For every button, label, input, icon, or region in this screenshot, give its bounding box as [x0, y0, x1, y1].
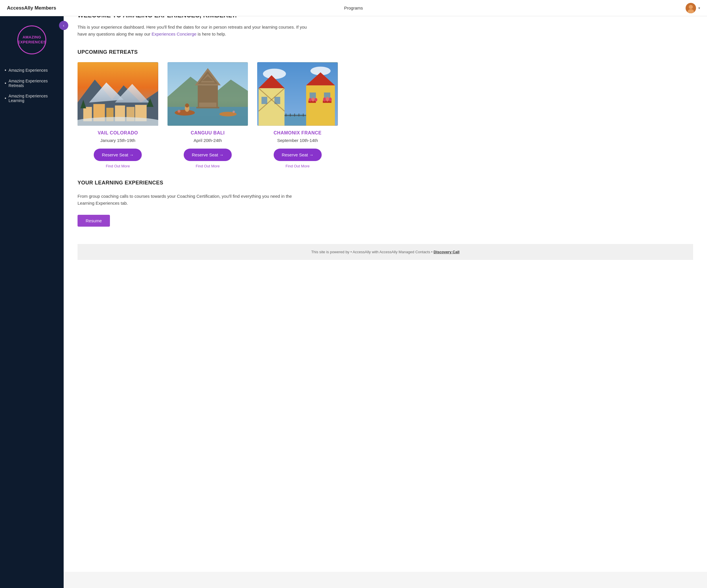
bali-scene-svg — [168, 62, 248, 126]
footer: This site is powered by • AccessAlly wit… — [77, 244, 693, 260]
logo-line2: EXPERIENCES — [18, 40, 46, 45]
retreat-image-vail — [77, 62, 158, 126]
svg-point-46 — [309, 98, 311, 102]
svg-point-51 — [326, 97, 329, 102]
reserve-seat-button-bali[interactable]: Reserve Seat → — [184, 149, 232, 161]
logo-circle: AMAZING EXPERIENCES — [18, 26, 46, 54]
resume-button[interactable]: Resume — [77, 215, 110, 227]
svg-point-33 — [263, 69, 286, 79]
learning-description: From group coaching calls to courses tow… — [77, 193, 297, 207]
svg-rect-37 — [262, 97, 267, 104]
retreat-dates-chamonix: September 10th-14th — [277, 138, 318, 143]
top-nav: AccessAlly Members Programs ▾ — [0, 0, 707, 16]
retreat-card-chamonix: CHAMONIX FRANCE September 10th-14th Rese… — [257, 62, 338, 168]
avatar-dropdown-icon[interactable]: ▾ — [698, 6, 700, 10]
welcome-description: This is your experience dashboard. Here … — [77, 24, 315, 38]
find-out-more-chamonix[interactable]: Find Out More — [285, 164, 309, 168]
svg-rect-41 — [306, 85, 335, 125]
brand-title: AccessAlly Members — [7, 5, 238, 11]
retreat-dates-vail: January 15th-19th — [100, 138, 135, 143]
svg-rect-18 — [168, 107, 248, 126]
experiences-concierge-link[interactable]: Experiences Concierge — [152, 32, 196, 36]
retreat-card-bali: CANGUU BALI April 20th-24th Reserve Seat… — [168, 62, 248, 168]
avatar-icon — [685, 3, 696, 13]
sidebar-logo: AMAZING EXPERIENCES — [0, 26, 64, 54]
svg-point-50 — [323, 98, 326, 102]
reserve-seat-button-vail[interactable]: Reserve Seat → — [94, 149, 142, 161]
sidebar-collapse-button[interactable]: ‹ — [59, 21, 68, 30]
sidebar: AMAZING EXPERIENCES Amazing Experiences … — [0, 16, 64, 572]
sidebar-item-learning[interactable]: Amazing Experiences Learning — [5, 91, 64, 106]
retreat-location-bali: CANGUU BALI — [191, 131, 225, 136]
retreat-image-chamonix — [257, 62, 338, 126]
sidebar-item-amazing-experiences[interactable]: Amazing Experiences — [5, 65, 64, 76]
find-out-more-bali[interactable]: Find Out More — [196, 164, 220, 168]
svg-point-29 — [185, 104, 189, 108]
footer-text: This site is powered by • AccessAlly wit… — [311, 250, 460, 254]
nav-center: Programs — [238, 5, 469, 11]
sidebar-nav: Amazing Experiences Amazing Experiences … — [0, 65, 64, 106]
retreat-location-vail: VAIL COLORADO — [98, 131, 138, 136]
programs-link[interactable]: Programs — [344, 5, 363, 10]
retreat-card-vail: VAIL COLORADO January 15th-19th Reserve … — [77, 62, 158, 168]
svg-rect-35 — [259, 88, 284, 125]
chevron-left-icon: ‹ — [63, 23, 65, 28]
svg-rect-25 — [196, 107, 219, 108]
nav-right: ▾ — [469, 3, 700, 13]
svg-point-13 — [77, 117, 158, 126]
svg-point-30 — [177, 110, 180, 113]
avatar[interactable] — [685, 3, 696, 13]
retreat-image-bali — [168, 62, 248, 126]
welcome-desc-post: is here to help. — [196, 32, 226, 36]
retreat-grid: VAIL COLORADO January 15th-19th Reserve … — [77, 62, 338, 168]
footer-pre: This site is powered by • AccessAlly wit… — [311, 250, 434, 254]
vail-scene-svg — [77, 62, 158, 126]
svg-point-47 — [311, 98, 314, 102]
svg-point-31 — [233, 111, 235, 113]
learning-section-title: YOUR LEARNING EXPERIENCES — [77, 180, 693, 186]
retreats-section-title: UPCOMING RETREATS — [77, 49, 693, 55]
retreat-dates-bali: April 20th-24th — [194, 138, 222, 143]
discovery-call-link[interactable]: Discovery Call — [434, 250, 460, 254]
svg-point-52 — [329, 98, 332, 102]
chamonix-scene-svg — [257, 62, 338, 126]
logo-line1: AMAZING — [23, 35, 41, 40]
main-content: WELCOME TO AMAZING EXPERIENCES, KIMBERLY… — [64, 0, 707, 572]
reserve-seat-button-chamonix[interactable]: Reserve Seat → — [274, 149, 322, 161]
sidebar-item-retreats[interactable]: Amazing Experiences Retreats — [5, 76, 64, 91]
retreat-location-chamonix: CHAMONIX FRANCE — [274, 131, 322, 136]
svg-point-48 — [314, 98, 317, 102]
find-out-more-vail[interactable]: Find Out More — [106, 164, 130, 168]
svg-point-1 — [689, 5, 693, 9]
